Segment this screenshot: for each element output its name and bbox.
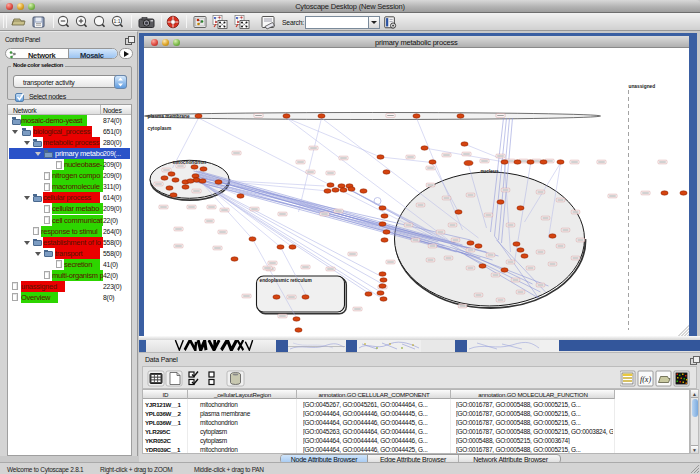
svg-text:f(x): f(x)	[640, 375, 651, 384]
svg-text:cytoplasm: cytoplasm	[147, 126, 171, 131]
svg-text:nucleus: nucleus	[480, 169, 498, 174]
svg-text:plasma membrane: plasma membrane	[147, 114, 189, 119]
svg-text:unassigned: unassigned	[628, 84, 655, 89]
svg-text:1:1: 1:1	[114, 18, 121, 24]
svg-text:endoplasmic reticulum: endoplasmic reticulum	[259, 278, 311, 283]
